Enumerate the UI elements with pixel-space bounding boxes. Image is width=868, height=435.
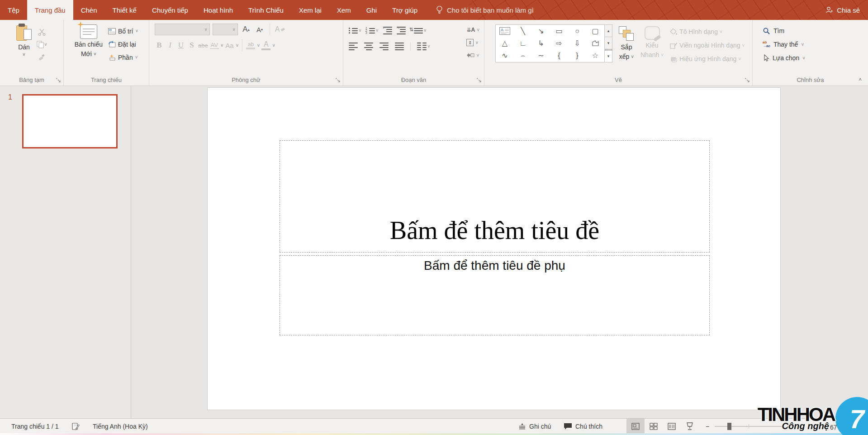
notes-button[interactable]: Ghi chú	[518, 419, 551, 434]
reading-view-button[interactable]	[663, 419, 681, 434]
shape-rectangle-icon[interactable]: ▭	[550, 25, 568, 37]
convert-to-smartart-button[interactable]: ˅	[466, 50, 479, 61]
shape-star-icon[interactable]: ☆	[586, 49, 604, 62]
clear-formatting-button[interactable]: A	[275, 24, 285, 35]
zoom-slider-handle[interactable]	[727, 423, 731, 430]
tab-help[interactable]: Trợ giúp	[384, 0, 425, 20]
tab-record[interactable]: Ghi	[359, 0, 384, 20]
clipboard-dialog-launcher-icon[interactable]	[56, 78, 61, 83]
align-left-button[interactable]	[347, 41, 360, 52]
shape-fill-button[interactable]: Tô Hình dạng ˅	[670, 26, 745, 37]
format-painter-button[interactable]	[36, 52, 47, 62]
shape-rounded-rectangle-icon[interactable]: ▢	[586, 25, 604, 37]
tab-view[interactable]: Xem	[329, 0, 359, 20]
shape-triangle-icon[interactable]: △	[496, 37, 514, 49]
shape-right-arrow-icon[interactable]: ⇨	[550, 37, 568, 49]
shape-down-arrow-icon[interactable]: ⇩	[568, 37, 586, 49]
shapes-gallery-scrollbar[interactable]: ▴ ▾ ▾	[604, 25, 612, 62]
shape-freeform-icon[interactable]	[586, 37, 604, 49]
normal-view-button[interactable]	[626, 419, 645, 434]
font-dialog-launcher-icon[interactable]	[336, 78, 341, 83]
replace-button[interactable]: ab→ac Thay thế ˅	[763, 38, 868, 51]
paragraph-dialog-launcher-icon[interactable]	[477, 78, 482, 83]
shape-arrow-icon[interactable]: ↘	[532, 25, 550, 37]
character-spacing-button[interactable]: AV	[210, 42, 219, 49]
collapse-ribbon-icon[interactable]: ˄	[859, 76, 862, 82]
new-slide-button[interactable]: Bản chiếu Mới˅	[75, 23, 103, 74]
increase-indent-button[interactable]	[395, 25, 408, 36]
tell-me-box[interactable]: Cho tôi biết bạn muốn làm gì	[436, 0, 534, 20]
shape-curve-icon[interactable]: ∼	[532, 49, 550, 62]
slide-thumbnail[interactable]	[22, 94, 118, 148]
slideshow-view-button[interactable]	[681, 419, 699, 434]
paste-label: Dán	[18, 43, 30, 51]
columns-button[interactable]: ˅	[415, 41, 432, 52]
italic-button[interactable]: I	[166, 41, 175, 50]
zoom-slider-track[interactable]	[715, 426, 783, 427]
gallery-scroll-up-icon[interactable]: ▴	[605, 25, 612, 37]
slide-thumbnail-panel[interactable]: 1	[0, 86, 131, 418]
layout-button[interactable]: Bố trí ˅	[108, 25, 138, 37]
font-name-combobox[interactable]: ˅	[155, 24, 210, 35]
slide-sorter-view-button[interactable]	[645, 419, 663, 434]
comments-button[interactable]: Chú thích	[564, 419, 602, 434]
numbering-button[interactable]: ˅	[364, 27, 380, 35]
line-spacing-button[interactable]: ˅	[412, 27, 428, 35]
justify-button[interactable]	[393, 41, 406, 52]
shape-left-brace-icon[interactable]: {	[550, 49, 568, 62]
tab-transitions[interactable]: Chuyển tiếp	[144, 0, 196, 20]
slide-canvas[interactable]: Bấm để thêm tiêu đề Bấm để thêm tiêu đề …	[207, 87, 781, 410]
shape-effects-button[interactable]: Hiệu ứng Hình dạng ˅	[670, 53, 745, 64]
increase-font-size-button[interactable]: A▴	[241, 24, 251, 35]
section-button[interactable]: Phần ˅	[108, 52, 138, 63]
shape-arc-icon[interactable]: ⌢	[514, 49, 532, 62]
shape-outline-button[interactable]: Viền ngoài Hình dạng ˅	[670, 40, 745, 51]
bold-button[interactable]: B	[155, 41, 164, 50]
align-right-button[interactable]	[378, 41, 390, 52]
tab-file[interactable]: Tệp	[0, 0, 27, 20]
select-button[interactable]: Lựa chọn ˅	[763, 52, 868, 64]
title-placeholder[interactable]: Bấm để thêm tiêu đề	[280, 140, 710, 253]
strikethrough-button[interactable]: abe	[198, 42, 208, 49]
decrease-font-size-button[interactable]: A▾	[254, 24, 265, 35]
tab-slideshow[interactable]: Trình Chiếu	[241, 0, 291, 20]
reset-button[interactable]: Đặt lại	[108, 38, 138, 50]
arrange-button[interactable]: Sắp xếp˅	[619, 24, 634, 74]
align-text-button[interactable]: ⇕˅	[466, 37, 479, 48]
cut-button[interactable]	[36, 26, 47, 37]
drawing-dialog-launcher-icon[interactable]	[745, 78, 750, 83]
shape-elbow-arrow-icon[interactable]: ↳	[532, 37, 550, 49]
text-shadow-button[interactable]: S	[187, 41, 196, 50]
shape-oval-icon[interactable]: ○	[568, 25, 586, 37]
tab-animations[interactable]: Hoạt hình	[196, 0, 241, 20]
shape-line-icon[interactable]: ╲	[514, 25, 532, 37]
find-button[interactable]: Tìm	[763, 24, 868, 37]
underline-button[interactable]: U	[176, 41, 185, 50]
shape-elbow-connector-icon[interactable]: ∟	[514, 37, 532, 49]
font-color-button[interactable]: A	[261, 40, 270, 50]
font-size-combobox[interactable]: ˅	[213, 24, 238, 35]
shape-scribble-icon[interactable]: ∿	[496, 49, 514, 62]
tab-insert[interactable]: Chèn	[73, 0, 105, 20]
shape-right-brace-icon[interactable]: }	[568, 49, 586, 62]
text-direction-button[interactable]: ⇊A˅	[466, 24, 479, 35]
decrease-indent-button[interactable]	[381, 25, 394, 36]
subtitle-placeholder[interactable]: Bấm để thêm tiêu đề phụ	[280, 255, 710, 335]
quick-styles-button[interactable]: Kiểu Nhanh˅	[640, 24, 664, 74]
share-button[interactable]: Chia sẻ	[825, 0, 860, 20]
paste-button[interactable]: Dán ˅	[16, 23, 32, 74]
shape-textbox-icon[interactable]: A	[496, 25, 514, 37]
align-center-button[interactable]	[362, 41, 375, 52]
gallery-more-icon[interactable]: ▾	[605, 50, 612, 62]
copy-button[interactable]: ˅	[36, 39, 47, 50]
change-case-button[interactable]: Aa	[225, 42, 234, 49]
tab-home[interactable]: Trang đầu	[27, 0, 73, 20]
tab-design[interactable]: Thiết kế	[105, 0, 144, 20]
spell-check-button[interactable]	[71, 419, 80, 434]
gallery-scroll-down-icon[interactable]: ▾	[605, 37, 612, 49]
tab-review[interactable]: Xem lại	[291, 0, 329, 20]
bullets-button[interactable]: ˅	[347, 27, 363, 35]
zoom-out-button[interactable]: −	[706, 419, 709, 434]
highlight-color-button[interactable]: ab	[246, 41, 255, 49]
language-indicator[interactable]: Tiếng Anh (Hoa Kỳ)	[93, 419, 148, 434]
